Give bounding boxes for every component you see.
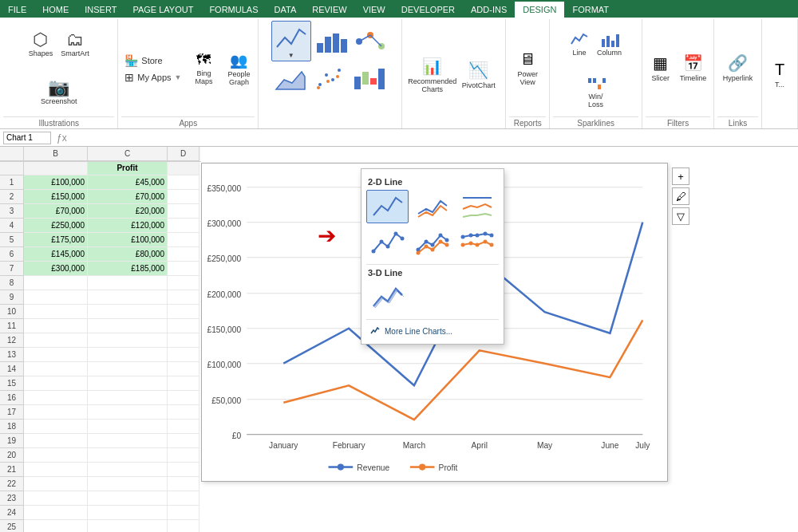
tab-insert[interactable]: INSERT: [77, 2, 124, 18]
tab-data[interactable]: DATA: [267, 2, 305, 18]
hyperlink-button[interactable]: 🔗 Hyperlink: [720, 45, 757, 91]
cell-d8[interactable]: [168, 276, 200, 290]
cell-c9[interactable]: [88, 290, 168, 305]
cell-d21[interactable]: [168, 463, 200, 477]
cell-b24[interactable]: [24, 506, 88, 520]
cell-d5[interactable]: [168, 233, 200, 247]
cell-b2[interactable]: £150,000: [24, 190, 88, 204]
power-view-button[interactable]: 🖥 PowerView: [513, 45, 542, 91]
cell-c23[interactable]: [88, 491, 168, 506]
chart-filters-button[interactable]: ▽: [672, 207, 689, 225]
cell-b21[interactable]: [24, 463, 88, 477]
cell-d24[interactable]: [168, 506, 200, 520]
cell-d17[interactable]: [168, 405, 200, 420]
area-chart-button[interactable]: [271, 62, 310, 94]
cell-c18[interactable]: [88, 420, 168, 434]
cell-b6[interactable]: £145,000: [24, 247, 88, 262]
text-button[interactable]: T T...: [765, 52, 794, 98]
tab-formulas[interactable]: FORMULAS: [201, 2, 266, 18]
cell-b8[interactable]: [24, 276, 88, 290]
cell-d15[interactable]: [168, 376, 200, 391]
cell-b17[interactable]: [24, 405, 88, 420]
cell-d25[interactable]: [168, 520, 200, 532]
cell-c8[interactable]: [88, 276, 168, 290]
cell-b12[interactable]: [24, 333, 88, 348]
cell-c14[interactable]: [88, 362, 168, 376]
line-chart-type-btn[interactable]: [366, 190, 409, 223]
cell-b25[interactable]: [24, 520, 88, 532]
cell-c3[interactable]: £20,000: [88, 204, 168, 219]
cell-b10[interactable]: [24, 305, 88, 319]
cell-b7[interactable]: £300,000: [24, 262, 88, 276]
100pct-marker-chart-type-btn[interactable]: [456, 226, 499, 259]
formula-input[interactable]: [73, 132, 795, 144]
stacked-marker-chart-type-btn[interactable]: [411, 226, 453, 259]
more-line-charts-button[interactable]: More Line Charts...: [366, 323, 499, 339]
cell-b4[interactable]: £250,000: [24, 219, 88, 233]
cell-c10[interactable]: [88, 305, 168, 319]
cell-c-header[interactable]: Profit: [88, 161, 168, 175]
chart-styles-button[interactable]: 🖊: [672, 187, 689, 205]
cell-c6[interactable]: £80,000: [88, 247, 168, 262]
cell-d7[interactable]: [168, 262, 200, 276]
my-apps-button[interactable]: ⊞ My Apps ▼: [121, 69, 184, 85]
line-chart-button[interactable]: ▼: [271, 21, 311, 61]
cell-d1[interactable]: [168, 175, 200, 190]
cell-c12[interactable]: [88, 333, 168, 348]
3d-line-chart-type-btn[interactable]: [366, 281, 409, 314]
waterfall-chart-button[interactable]: [350, 62, 388, 94]
cell-b5[interactable]: £175,000: [24, 233, 88, 247]
cell-c22[interactable]: [88, 477, 168, 491]
tab-view[interactable]: VIEW: [355, 2, 393, 18]
people-graph-button[interactable]: 👥 PeopleGraph: [223, 50, 255, 88]
cell-d10[interactable]: [168, 305, 200, 319]
cell-c2[interactable]: £70,000: [88, 190, 168, 204]
cell-c7[interactable]: £185,000: [88, 262, 168, 276]
cell-b11[interactable]: [24, 319, 88, 333]
slicer-button[interactable]: ▦ Slicer: [646, 45, 675, 91]
cell-b9[interactable]: [24, 290, 88, 305]
cell-c20[interactable]: [88, 448, 168, 463]
timeline-button[interactable]: 📅 Timeline: [677, 45, 710, 91]
cell-d2[interactable]: [168, 190, 200, 204]
cell-b3[interactable]: £70,000: [24, 204, 88, 219]
tab-add-ins[interactable]: ADD-INS: [463, 2, 515, 18]
add-chart-element-button[interactable]: +: [672, 167, 689, 185]
cell-d20[interactable]: [168, 448, 200, 463]
recommended-charts-button[interactable]: 📊 RecommendedCharts: [409, 52, 456, 98]
cell-d3[interactable]: [168, 204, 200, 219]
tab-home[interactable]: HOME: [34, 2, 77, 18]
bing-maps-button[interactable]: 🗺 BingMaps: [188, 50, 219, 87]
cell-d22[interactable]: [168, 477, 200, 491]
name-box[interactable]: [3, 132, 51, 144]
cell-d9[interactable]: [168, 290, 200, 305]
cell-d19[interactable]: [168, 434, 200, 448]
cell-c21[interactable]: [88, 463, 168, 477]
cell-b15[interactable]: [24, 376, 88, 391]
tab-format[interactable]: FORMAT: [564, 2, 617, 18]
cell-d11[interactable]: [168, 319, 200, 333]
store-button[interactable]: 🏪 Store: [121, 53, 184, 69]
win-loss-button[interactable]: Win/Loss: [583, 69, 609, 115]
shapes-button[interactable]: ⬡ Shapes: [26, 30, 57, 59]
cell-c16[interactable]: [88, 391, 168, 405]
bar-chart-button[interactable]: [312, 26, 350, 57]
tab-file[interactable]: FILE: [0, 2, 34, 18]
cell-c17[interactable]: [88, 405, 168, 420]
cell-d12[interactable]: [168, 333, 200, 348]
cell-b16[interactable]: [24, 391, 88, 405]
cell-d-header[interactable]: [168, 161, 200, 175]
100pct-line-chart-type-btn[interactable]: [456, 190, 499, 223]
tab-review[interactable]: REVIEW: [304, 2, 354, 18]
cell-d18[interactable]: [168, 420, 200, 434]
cell-b23[interactable]: [24, 491, 88, 506]
cell-b20[interactable]: [24, 448, 88, 463]
cell-b22[interactable]: [24, 477, 88, 491]
tab-page-layout[interactable]: PAGE LAYOUT: [124, 2, 201, 18]
cell-b-header[interactable]: [24, 161, 88, 175]
cell-c24[interactable]: [88, 506, 168, 520]
more-charts-button[interactable]: [351, 26, 389, 57]
cell-b19[interactable]: [24, 434, 88, 448]
tab-developer[interactable]: DEVELOPER: [393, 2, 463, 18]
cell-c13[interactable]: [88, 348, 168, 362]
